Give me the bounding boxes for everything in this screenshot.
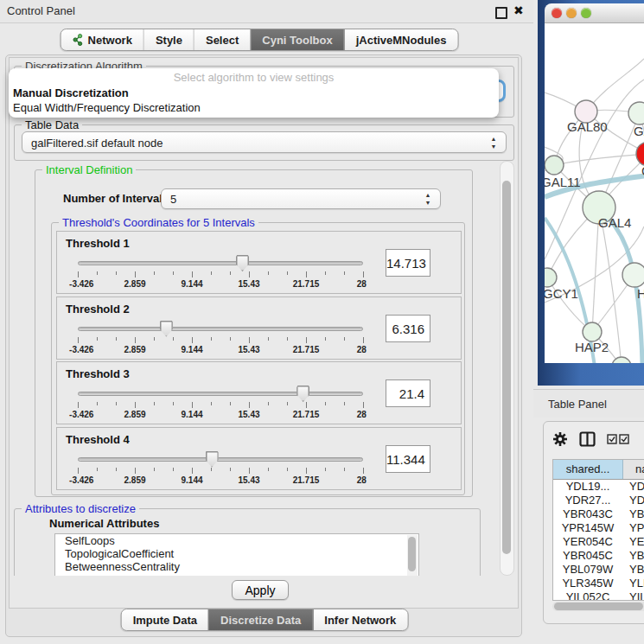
- list-item[interactable]: BetweennessCentrality: [55, 560, 418, 573]
- slider-track[interactable]: [78, 457, 363, 462]
- control-panel-titlebar: Control Panel ✖: [0, 0, 533, 23]
- slider-handle[interactable]: [206, 451, 219, 468]
- table-row[interactable]: YER054CYER0: [553, 535, 644, 549]
- tab-jactivemnodules[interactable]: jActiveMNodules: [344, 29, 458, 50]
- bottom-tab-bar: Impute Data Discretize Data Infer Networ…: [121, 609, 409, 631]
- slider-tick: [192, 271, 193, 277]
- slider-tick: [78, 271, 79, 277]
- slider-tick: [154, 271, 155, 275]
- tab-style[interactable]: Style: [143, 29, 194, 50]
- threshold-value-field[interactable]: 6.316: [386, 315, 430, 342]
- numerical-attributes-list[interactable]: SelfLoopsTopologicalCoefficientBetweenne…: [54, 533, 419, 576]
- threshold-label: Threshold 4: [66, 433, 130, 446]
- close-icon[interactable]: ✖: [513, 3, 524, 17]
- network-canvas[interactable]: GAL80GALCGAL11GAL4GCY1HHAP2: [545, 23, 644, 363]
- apply-button[interactable]: Apply: [232, 580, 289, 600]
- close-traffic-light-icon[interactable]: [552, 8, 562, 18]
- slider-handle[interactable]: [160, 321, 173, 337]
- tab-network-label: Network: [88, 34, 132, 47]
- float-window-icon[interactable]: [495, 7, 507, 19]
- network-node-label: H: [637, 286, 644, 301]
- slider-tick-label: 2.859: [124, 410, 145, 419]
- table-row[interactable]: YPR145WYPR1: [553, 521, 644, 535]
- slider-tick: [192, 468, 193, 474]
- spinner-stepper-icon[interactable]: ▲▼: [424, 191, 432, 207]
- gear-icon[interactable]: [552, 431, 568, 447]
- table-row[interactable]: YDR27...YDR2: [553, 494, 644, 507]
- slider-tick: [173, 468, 174, 471]
- network-node[interactable]: [628, 102, 644, 124]
- slider-tick-label: 28: [357, 279, 367, 289]
- network-node-label: GAL4: [598, 215, 631, 230]
- attributes-scrollbar[interactable]: [407, 535, 418, 576]
- cell-shared-name: YLR345W: [553, 577, 622, 590]
- slider-tick: [344, 337, 345, 341]
- table-panel-titlebar: Table Panel: [533, 389, 644, 418]
- column-header-shared-name[interactable]: shared...: [553, 460, 623, 479]
- network-node[interactable]: [545, 156, 564, 175]
- list-item[interactable]: TopologicalCoefficient: [55, 547, 418, 560]
- network-node[interactable]: [545, 268, 557, 287]
- tab-network[interactable]: Network: [61, 29, 143, 50]
- threshold-value-field[interactable]: 14.713: [386, 249, 430, 277]
- network-node-label: GAL80: [567, 119, 608, 134]
- threshold-slider[interactable]: -3.4262.8599.14415.4321.71528: [78, 322, 363, 356]
- slider-tick: [173, 402, 174, 405]
- columns-icon[interactable]: [579, 431, 596, 447]
- network-node[interactable]: [622, 263, 644, 287]
- table-row[interactable]: YBR045CYBR0: [553, 549, 644, 563]
- slider-tick: [287, 402, 288, 405]
- table-hscrollbar-thumb[interactable]: [554, 603, 643, 610]
- slider-handle[interactable]: [296, 386, 309, 402]
- table-row[interactable]: YDL19...YDL1: [553, 480, 644, 494]
- tab-cyni-toolbox[interactable]: Cyni Toolbox: [250, 29, 343, 50]
- tab-discretize-data[interactable]: Discretize Data: [208, 609, 312, 630]
- numerical-attributes-label: Numerical Attributes: [49, 517, 159, 530]
- slider-tick: [211, 337, 212, 341]
- slider-track[interactable]: [78, 327, 363, 331]
- slider-tick-label: 15.43: [238, 345, 259, 354]
- tab-impute-data[interactable]: Impute Data: [122, 609, 208, 630]
- network-node[interactable]: [636, 142, 644, 166]
- network-edge[interactable]: [554, 154, 644, 165]
- attributes-scrollbar-thumb[interactable]: [408, 537, 416, 571]
- threshold-value-field[interactable]: 21.4: [386, 379, 430, 407]
- settings-scrollbar-thumb[interactable]: [502, 181, 511, 554]
- combo-stepper-icon[interactable]: ▲▼: [489, 135, 498, 150]
- slider-handle[interactable]: [236, 255, 249, 271]
- table-data-combobox[interactable]: galFiltered.sif default node ▲▼: [22, 131, 507, 153]
- threshold-value-field[interactable]: 11.344: [386, 445, 430, 473]
- minimize-traffic-light-icon[interactable]: [566, 8, 577, 18]
- number-of-intervals-spinner[interactable]: 5 ▲▼: [161, 188, 441, 209]
- table-row[interactable]: YLR345WYLR3: [553, 577, 644, 590]
- slider-tick-label: 9.144: [181, 410, 202, 419]
- tab-impute-data-label: Impute Data: [133, 614, 197, 627]
- slider-track[interactable]: [78, 392, 363, 396]
- algorithm-option-equal-width[interactable]: Equal Width/Frequency Discretization: [13, 101, 201, 114]
- table-row[interactable]: YBL079WYBL0: [553, 563, 644, 577]
- slider-tick: [325, 271, 326, 275]
- table-row[interactable]: YBR043CYBR0: [553, 507, 644, 521]
- algorithm-option-manual[interactable]: Manual Discretization: [13, 86, 129, 99]
- zoom-traffic-light-icon[interactable]: [581, 8, 591, 18]
- cell-name: YBL0: [622, 563, 644, 577]
- slider-tick-label: 15.43: [238, 475, 259, 485]
- threshold-slider[interactable]: -3.4262.8599.14415.4321.71528: [78, 386, 363, 421]
- table-hscrollbar[interactable]: [552, 602, 644, 611]
- table-row[interactable]: YIL052CYIL0: [553, 590, 644, 601]
- list-item[interactable]: SelfLoops: [55, 534, 418, 547]
- checkbox-pair-icon[interactable]: [607, 434, 629, 444]
- threshold-slider[interactable]: -3.4262.8599.14415.4321.71528: [78, 256, 363, 290]
- column-header-name[interactable]: na: [623, 460, 644, 479]
- slider-tick-label: 2.859: [124, 279, 145, 289]
- cell-name: YDL1: [622, 480, 644, 494]
- threshold-slider[interactable]: -3.4262.8599.14415.4321.71528: [78, 452, 363, 487]
- slider-track[interactable]: [78, 261, 363, 265]
- slider-tick-label: 9.144: [181, 475, 202, 485]
- settings-scrollbar[interactable]: [500, 161, 514, 576]
- slider-tick: [306, 468, 307, 474]
- tab-select[interactable]: Select: [194, 29, 250, 50]
- network-node[interactable]: [583, 322, 602, 341]
- node-table[interactable]: shared... na YDL19...YDL1YDR27...YDR2YBR…: [552, 459, 644, 601]
- tab-infer-network[interactable]: Infer Network: [312, 609, 407, 630]
